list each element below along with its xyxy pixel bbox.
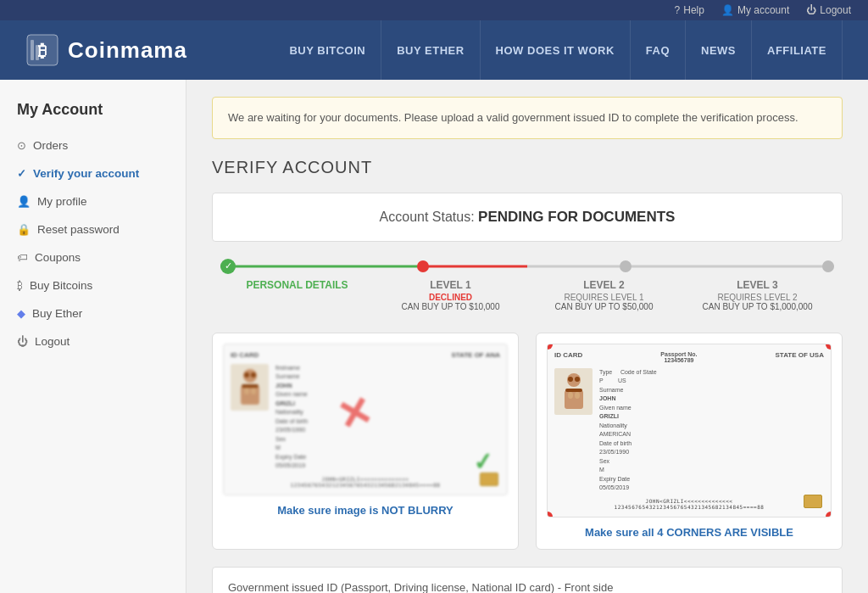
corner-tr	[826, 344, 832, 350]
nav-faq[interactable]: FAQ	[631, 20, 686, 80]
id-example-good: ID CARD Passport No. 123456789 STATE OF …	[536, 333, 843, 550]
top-bar: ? Help 👤 My account ⏻ Logout	[0, 0, 868, 20]
id-card-bad: ID CARD STATE OF ANA	[223, 344, 508, 495]
svg-point-9	[244, 388, 249, 394]
svg-point-7	[251, 372, 256, 378]
logout-link[interactable]: ⏻ Logout	[806, 4, 851, 16]
nav-buy-ether[interactable]: BUY ETHER	[381, 20, 480, 80]
nav-affiliate[interactable]: AFFILIATE	[752, 20, 843, 80]
progress-lines: ✓	[220, 260, 834, 272]
dot-level1	[417, 260, 429, 272]
corner-br	[826, 512, 832, 517]
svg-rect-3	[36, 45, 39, 60]
id-chip-good	[804, 495, 822, 508]
logout-sidebar-icon: ⏻	[17, 335, 28, 348]
sidebar-item-reset-password[interactable]: 🔒 Reset password	[0, 215, 186, 243]
svg-point-17	[568, 392, 573, 399]
id-avatar-good	[554, 368, 593, 415]
sidebar-item-coupons[interactable]: 🏷 Coupons	[0, 243, 186, 271]
corner-bl	[547, 512, 553, 517]
logo[interactable]: ₿ Coinmama	[25, 33, 187, 67]
my-account-link[interactable]: 👤 My account	[721, 4, 789, 16]
sidebar: My Account ⊙ Orders ✓ Verify your accoun…	[0, 80, 186, 593]
prog-level1: LEVEL 1 DECLINED CAN BUY UP TO $10,000	[374, 279, 527, 311]
prog-level2: LEVEL 2 REQUIRES LEVEL 1 CAN BUY UP TO $…	[527, 279, 681, 311]
sidebar-title: My Account	[0, 97, 186, 131]
nav-how-it-works[interactable]: HOW DOES IT WORK	[481, 20, 631, 80]
logout-icon: ⏻	[806, 4, 816, 16]
svg-point-18	[575, 392, 580, 399]
alert-banner: We are waiting for your documents. Pleas…	[212, 97, 843, 139]
svg-rect-11	[246, 394, 254, 396]
main-nav: BUY BITCOIN BUY ETHER HOW DOES IT WORK F…	[274, 20, 843, 80]
id-card-good: ID CARD Passport No. 123456789 STATE OF …	[547, 344, 832, 517]
svg-point-10	[251, 388, 256, 394]
help-icon: ?	[675, 4, 681, 16]
status-card: Account Status: PENDING FOR DOCUMENTS	[212, 193, 843, 242]
bitcoin-icon: ₿	[17, 279, 23, 292]
main-layout: My Account ⊙ Orders ✓ Verify your accoun…	[0, 80, 868, 593]
good-example-label: Make sure all 4 CORNERS ARE VISIBLE	[547, 526, 832, 539]
verify-icon: ✓	[17, 167, 26, 180]
content-area: We are waiting for your documents. Pleas…	[186, 80, 868, 593]
svg-rect-8	[242, 384, 259, 388]
upload-label: Government issued ID (Passport, Driving …	[228, 581, 826, 594]
dot-personal: ✓	[220, 259, 236, 274]
nav-buy-bitcoin[interactable]: BUY BITCOIN	[274, 20, 381, 80]
sidebar-item-logout[interactable]: ⏻ Logout	[0, 327, 186, 355]
progress-container: ✓ PERSONAL DETAILS LEVEL 1 DECLINED CAN …	[212, 260, 843, 311]
section-title: VERIFY ACCOUNT	[212, 158, 843, 177]
account-icon: 👤	[721, 4, 734, 16]
sidebar-item-profile[interactable]: 👤 My profile	[0, 187, 186, 215]
progress-line-red	[423, 265, 527, 267]
svg-rect-19	[570, 399, 578, 400]
dot-level2	[620, 260, 632, 272]
corner-tl	[547, 344, 553, 350]
svg-rect-2	[31, 40, 34, 60]
svg-rect-16	[565, 389, 582, 392]
profile-icon: 👤	[17, 195, 31, 208]
dot-level3	[822, 260, 834, 272]
help-link[interactable]: ? Help	[675, 4, 704, 16]
id-avatar-bad	[231, 364, 269, 411]
good-check-mark-bad: ✓	[472, 447, 494, 477]
svg-point-15	[575, 377, 580, 382]
bad-example-label: Make sure image is NOT BLURRY	[223, 504, 508, 517]
sidebar-item-buy-bitcoins[interactable]: ₿ Buy Bitcoins	[0, 271, 186, 299]
svg-text:₿: ₿	[38, 42, 47, 60]
lock-icon: 🔒	[17, 223, 31, 236]
coupon-icon: 🏷	[17, 251, 28, 264]
nav-news[interactable]: NEWS	[686, 20, 752, 80]
progress-line-gray	[527, 265, 834, 267]
svg-point-6	[244, 372, 249, 378]
sidebar-item-verify[interactable]: ✓ Verify your account	[0, 159, 186, 187]
progress-labels: PERSONAL DETAILS LEVEL 1 DECLINED CAN BU…	[220, 279, 834, 311]
id-example-bad: ID CARD STATE OF ANA	[212, 333, 519, 550]
person-illustration-bad	[234, 366, 266, 408]
upload-section: Government issued ID (Passport, Driving …	[212, 567, 843, 594]
sidebar-item-buy-ether[interactable]: ◆ Buy Ether	[0, 299, 186, 327]
prog-level3: LEVEL 3 REQUIRES LEVEL 2 CAN BUY UP TO $…	[681, 279, 834, 311]
logo-icon: ₿	[25, 33, 59, 67]
header: ₿ Coinmama BUY BITCOIN BUY ETHER HOW DOE…	[0, 20, 868, 80]
prog-personal: PERSONAL DETAILS	[220, 279, 374, 311]
orders-icon: ⊙	[17, 139, 26, 152]
svg-point-14	[568, 377, 573, 382]
person-illustration-good	[558, 370, 590, 412]
progress-line-green	[220, 265, 423, 267]
id-examples: ID CARD STATE OF ANA	[212, 333, 843, 550]
sidebar-item-orders[interactable]: ⊙ Orders	[0, 131, 186, 159]
ether-icon: ◆	[17, 307, 25, 320]
